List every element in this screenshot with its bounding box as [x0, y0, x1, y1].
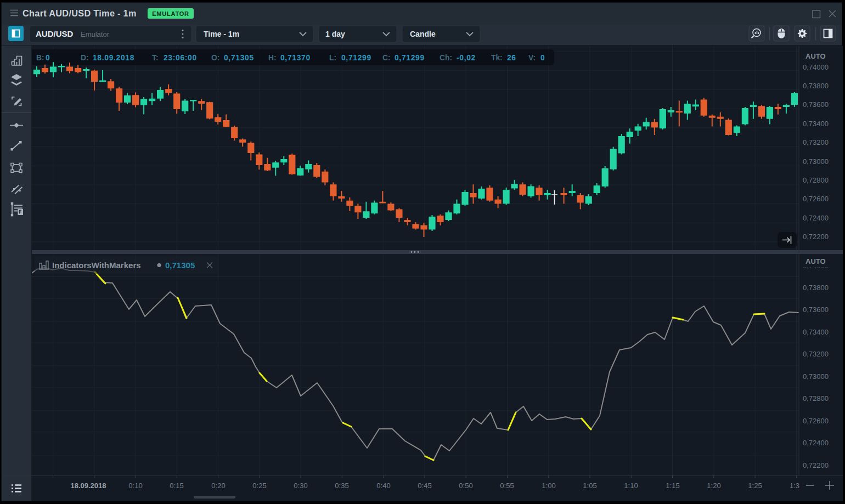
svg-text:1:05: 1:05	[583, 482, 596, 490]
svg-text:0,72600: 0,72600	[803, 417, 829, 425]
svg-text:0,72200: 0,72200	[803, 461, 829, 469]
svg-text:0:25: 0:25	[252, 482, 266, 490]
svg-text:0:40: 0:40	[376, 482, 390, 490]
svg-text:0,73600: 0,73600	[803, 305, 829, 314]
svg-text:0,73800: 0,73800	[803, 82, 829, 90]
svg-text:0,74000: 0,74000	[803, 63, 829, 71]
svg-text:IndicatorsWithMarkers: IndicatorsWithMarkers	[52, 261, 141, 270]
svg-text:0:10: 0:10	[128, 482, 142, 490]
svg-text:0,73200: 0,73200	[803, 138, 829, 146]
svg-text:0:35: 0:35	[335, 482, 348, 490]
svg-text:1:3: 1:3	[790, 482, 799, 490]
svg-text:0:15: 0:15	[170, 482, 183, 490]
svg-text:0,73400: 0,73400	[803, 120, 829, 128]
svg-text:0,72400: 0,72400	[803, 439, 829, 447]
svg-text:0,73800: 0,73800	[803, 284, 829, 292]
svg-text:1:20: 1:20	[707, 482, 720, 490]
svg-text:1:00: 1:00	[542, 482, 555, 490]
svg-text:0,72800: 0,72800	[803, 394, 829, 403]
svg-text:1:25: 1:25	[748, 482, 762, 490]
svg-text:B:0D:18.09.2018T:23:06:00O:0,7: B:0D:18.09.2018T:23:06:00O:0,71305H:0,71…	[36, 54, 545, 62]
svg-text:0:20: 0:20	[211, 482, 225, 490]
svg-text:AUTO: AUTO	[805, 52, 826, 60]
svg-text:0,71305: 0,71305	[165, 261, 195, 270]
svg-text:0,72800: 0,72800	[803, 176, 829, 184]
svg-text:0,73600: 0,73600	[803, 100, 829, 109]
svg-text:1:10: 1:10	[624, 482, 638, 490]
svg-text:0,73200: 0,73200	[803, 350, 829, 358]
svg-text:0:30: 0:30	[294, 482, 307, 490]
svg-text:0,72400: 0,72400	[803, 214, 829, 222]
svg-text:0,73000: 0,73000	[803, 372, 829, 381]
svg-text:0:50: 0:50	[459, 482, 472, 490]
svg-text:0:55: 0:55	[500, 482, 514, 490]
svg-text:0,72200: 0,72200	[803, 233, 829, 241]
svg-text:0,73000: 0,73000	[803, 157, 829, 166]
svg-text:1:15: 1:15	[666, 482, 679, 490]
svg-text:0,73400: 0,73400	[803, 328, 829, 336]
svg-text:AUTO: AUTO	[805, 257, 826, 265]
svg-text:18.09.2018: 18.09.2018	[70, 482, 106, 490]
svg-text:0,72600: 0,72600	[803, 195, 829, 203]
svg-text:0:45: 0:45	[418, 482, 431, 490]
